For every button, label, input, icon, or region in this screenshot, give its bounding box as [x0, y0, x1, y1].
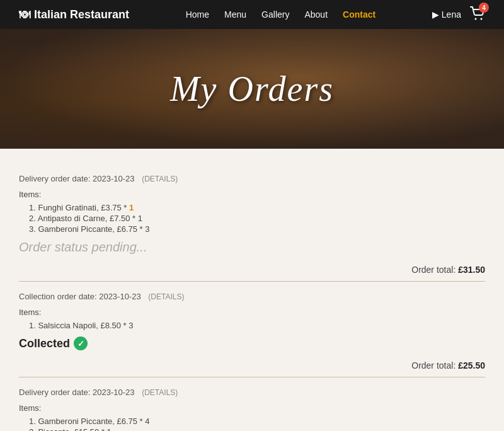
items-list-1: 1. Funghi Gratinati, £3.75 * 1 2. Antipa…: [19, 203, 485, 234]
list-item: 2. Antipasto di Carne, £7.50 * 1: [29, 214, 485, 223]
nav-gallery[interactable]: Gallery: [261, 9, 289, 20]
orders-content: Delivery order date: 2023-10-23 (DETAILS…: [6, 149, 498, 431]
nav-home[interactable]: Home: [186, 9, 209, 20]
items-label-2: Items:: [19, 307, 485, 317]
order-block-2: Collection order date: 2023-10-23 (DETAI…: [19, 282, 485, 377]
list-item: 1. Funghi Gratinati, £3.75 * 1: [29, 203, 485, 212]
order-header-3: Delivery order date: 2023-10-23 (DETAILS…: [19, 388, 485, 397]
list-item: 1. Salsiccia Napoli, £8.50 * 3: [29, 321, 485, 330]
order-total-1: Order total: £31.50: [19, 261, 485, 282]
header-right: ▶ Lena 4: [432, 6, 485, 23]
svg-point-0: [474, 18, 476, 20]
order-header-1: Delivery order date: 2023-10-23 (DETAILS…: [19, 174, 485, 183]
logo-text: Italian Restaurant: [34, 8, 129, 21]
order-total-2: Order total: £25.50: [19, 357, 485, 377]
order-block-1: Delivery order date: 2023-10-23 (DETAILS…: [19, 164, 485, 282]
nav-contact[interactable]: Contact: [343, 9, 375, 20]
items-list-3: 1. Gamberoni Piccante, £6.75 * 4 2. Picc…: [19, 417, 485, 431]
user-name: ▶ Lena: [432, 9, 461, 20]
items-list-2: 1. Salsiccia Napoli, £8.50 * 3: [19, 321, 485, 330]
nav-menu[interactable]: Menu: [224, 9, 246, 20]
items-label-1: Items:: [19, 190, 485, 199]
nav-about[interactable]: About: [304, 9, 328, 20]
order-header-2: Collection order date: 2023-10-23 (DETAI…: [19, 292, 485, 301]
cart-icon[interactable]: 4: [470, 6, 485, 23]
check-icon: ✓: [74, 336, 88, 350]
items-label-3: Items:: [19, 403, 485, 413]
site-header: 🍽 Italian Restaurant Home Menu Gallery A…: [0, 0, 504, 29]
details-link-1[interactable]: (DETAILS): [142, 175, 178, 183]
logo: 🍽 Italian Restaurant: [19, 8, 129, 21]
svg-point-1: [480, 18, 482, 20]
details-link-3[interactable]: (DETAILS): [142, 388, 178, 397]
order-type-3: Delivery order date: 2023-10-23: [19, 388, 135, 397]
main-nav: Home Menu Gallery About Contact: [186, 9, 375, 20]
order-status-2: Collected ✓: [19, 336, 485, 350]
logo-icon: 🍽: [19, 8, 30, 21]
user-label: Lena: [442, 9, 461, 20]
list-item: 3. Gamberoni Piccante, £6.75 * 3: [29, 224, 485, 234]
cart-badge: 4: [479, 3, 489, 13]
details-link-2[interactable]: (DETAILS): [148, 292, 184, 301]
page-title: My Orders: [170, 69, 334, 109]
order-type-2: Collection order date: 2023-10-23: [19, 292, 141, 301]
order-block-3: Delivery order date: 2023-10-23 (DETAILS…: [19, 377, 485, 431]
order-type-1: Delivery order date: 2023-10-23: [19, 174, 135, 183]
user-arrow: ▶: [432, 9, 439, 20]
list-item: 2. Piccante, £15.50 * 1: [29, 427, 485, 431]
order-status-1: Order status pending...: [19, 240, 485, 255]
list-item: 1. Gamberoni Piccante, £6.75 * 4: [29, 417, 485, 426]
highlight: 1: [129, 203, 134, 212]
hero-section: My Orders: [0, 29, 504, 149]
